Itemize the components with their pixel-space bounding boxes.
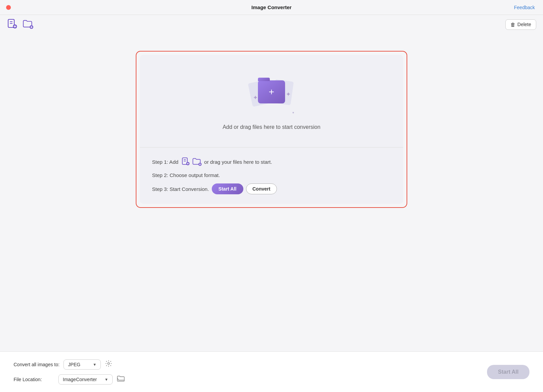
format-dropdown[interactable]: JPEG ▼ xyxy=(63,359,101,370)
bottom-left: Convert all images to: JPEG ▼ File Locat… xyxy=(14,359,125,385)
add-folder-icon-small[interactable] xyxy=(192,157,202,167)
svg-point-18 xyxy=(108,362,110,365)
step-2: Step 2: Choose output format. xyxy=(152,172,391,178)
main-content: + ✦ ✦ ● Add or drag files here to start … xyxy=(0,34,543,215)
file-location-label: File Location: xyxy=(14,377,54,382)
upload-instruction: Add or drag files here to start conversi… xyxy=(223,124,320,130)
start-all-button[interactable]: Start All xyxy=(212,183,243,194)
step-2-text: Step 2: Choose output format. xyxy=(152,172,220,178)
step-1-suffix: or drag your files here to start. xyxy=(204,159,272,165)
add-file-icon-small[interactable] xyxy=(181,157,190,167)
folder-icon: + xyxy=(258,80,285,103)
drop-zone-outer: + ✦ ✦ ● Add or drag files here to start … xyxy=(136,51,407,208)
upload-area[interactable]: + ✦ ✦ ● Add or drag files here to start … xyxy=(140,55,403,148)
app-title: Image Converter xyxy=(251,4,292,10)
drop-zone-inner: + ✦ ✦ ● Add or drag files here to start … xyxy=(140,55,403,204)
step-1-icons xyxy=(181,157,202,167)
close-button[interactable] xyxy=(6,5,11,10)
step-1: Step 1: Add xyxy=(152,157,391,167)
convert-button[interactable]: Convert xyxy=(246,183,277,194)
sparkle-icon: ✦ xyxy=(253,94,258,101)
title-bar: Image Converter Feedback xyxy=(0,0,543,15)
start-all-bottom-button[interactable]: Start All xyxy=(487,365,529,379)
format-value: JPEG xyxy=(68,362,80,367)
toolbar: 🗑 Delete xyxy=(0,15,543,34)
location-value: ImageConverter xyxy=(63,377,97,382)
add-folder-button[interactable] xyxy=(22,18,33,31)
add-file-button[interactable] xyxy=(7,18,18,31)
delete-button[interactable]: 🗑 Delete xyxy=(505,19,536,30)
folder-illustration: + ✦ ✦ ● xyxy=(246,75,297,116)
file-location-row: File Location: ImageConverter ▼ xyxy=(14,374,125,385)
toolbar-left xyxy=(7,18,33,31)
steps-area: Step 1: Add xyxy=(140,148,403,204)
delete-label: Delete xyxy=(518,22,531,27)
bottom-bar: Convert all images to: JPEG ▼ File Locat… xyxy=(0,351,543,392)
chevron-down-icon-location: ▼ xyxy=(105,377,108,381)
feedback-link[interactable]: Feedback xyxy=(514,5,535,10)
open-folder-icon[interactable] xyxy=(117,375,125,384)
dot-decoration: ● xyxy=(292,111,294,114)
step-1-text: Step 1: Add xyxy=(152,159,179,165)
sparkle-icon-2: ✦ xyxy=(286,91,291,98)
convert-all-label: Convert all images to: xyxy=(14,362,59,367)
convert-all-row: Convert all images to: JPEG ▼ xyxy=(14,359,125,370)
location-dropdown[interactable]: ImageConverter ▼ xyxy=(58,374,113,385)
step-3-text: Step 3: Start Conversion. xyxy=(152,186,209,192)
chevron-down-icon: ▼ xyxy=(93,362,97,367)
step-3: Step 3: Start Conversion. Start All Conv… xyxy=(152,183,391,194)
delete-icon: 🗑 xyxy=(510,22,516,27)
settings-icon[interactable] xyxy=(105,360,112,369)
